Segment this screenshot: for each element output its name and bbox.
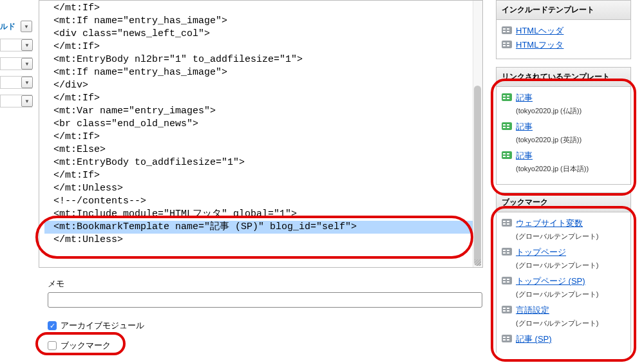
list-item: HTMLヘッダ [502,25,625,37]
bookmark-panel: ブックマーク ウェブサイト変数 (グローバルテンプレート) トップページ (グロ… [496,192,631,353]
bookmark-checkbox[interactable] [48,341,57,350]
code-line: <!--/contents--> [44,195,477,208]
left-partial-label: ルド [0,21,15,32]
code-line: </div> [44,79,477,92]
linked-sub: (tokyo2020.jp (英語)) [516,135,625,145]
bookmark-link[interactable]: 言語設定 [516,304,549,316]
template-icon [502,93,512,101]
chevron-down-icon[interactable]: ▼ [21,58,33,70]
template-icon [502,122,512,130]
linked-link[interactable]: 記事 [516,92,533,104]
bookmark-sub: (グローバルテンプレート) [516,290,625,299]
code-line: </mt:If> [44,92,477,105]
code-line: <mt:EntryBody nl2br="1" to_addfilesize="… [44,53,477,66]
memo-label: メモ [48,278,483,290]
linked-template-header: リンクされているテンプレート [497,68,630,87]
code-editor[interactable]: </mt:If><mt:If name="entry_has_image"><d… [39,0,483,268]
linked-sub: (tokyo2020.jp (仏語)) [516,106,625,116]
linked-link[interactable]: 記事 [516,121,533,133]
code-line: <br class="end_old_news"> [44,118,477,131]
code-line: </mt:If> [44,2,477,15]
chevron-down-icon[interactable]: ▼ [21,77,33,88]
code-line: <mt:If name="entry_has_image"> [44,66,477,79]
bookmark-sub: (グローバルテンプレート) [516,232,625,241]
bookmark-link[interactable]: トップページ (SP) [516,275,585,287]
code-line: <mt:EntryBody to_addfilesize="1"> [44,156,477,169]
archive-checkbox-label: アーカイブモジュール [61,320,144,331]
bookmark-link[interactable]: ウェブサイト変数 [516,218,583,229]
code-line: </mt:Unless> [44,234,477,247]
vertical-scrollbar-track[interactable] [473,1,482,267]
linked-sub: (tokyo2020.jp (日本語)) [516,164,625,174]
right-panel: インクルードテンプレート HTMLヘッダ HTMLフッタ リンクされているテンプ… [496,0,631,360]
bookmark-row[interactable]: ブックマーク [48,340,111,351]
bookmark-link[interactable]: 記事 (SP) [516,333,552,345]
resize-handle-icon[interactable] [475,259,481,266]
list-item: ウェブサイト変数 [502,218,625,229]
include-link[interactable]: HTMLフッタ [516,39,564,51]
code-line: <mt:If name="entry_has_image"> [44,15,477,28]
template-icon [502,277,512,284]
include-template-panel: インクルードテンプレート HTMLヘッダ HTMLフッタ [496,0,631,59]
bookmark-sub: (グローバルテンプレート) [516,319,625,328]
archive-module-row[interactable]: ✓ アーカイブモジュール [48,320,144,331]
code-line: </mt:Unless> [44,182,477,195]
include-template-header: インクルードテンプレート [497,1,630,20]
template-icon [502,26,512,34]
code-line: <mt:Include module="HTMLフッタ" global="1"> [44,208,477,221]
template-icon [502,41,512,48]
chevron-down-icon[interactable]: ▼ [21,95,33,107]
memo-section: メモ [48,278,483,308]
list-item: 記事 [502,150,625,162]
linked-link[interactable]: 記事 [516,150,533,162]
template-icon [502,151,512,159]
code-content: </mt:If><mt:If name="entry_has_image"><d… [39,1,482,248]
code-line: <mt:BookmarkTemplate name="記事 (SP)" blog… [44,221,477,234]
vertical-scrollbar-thumb[interactable] [474,86,481,266]
template-icon [502,306,512,313]
bookmark-checkbox-label: ブックマーク [61,340,111,351]
bookmark-sub: (グローバルテンプレート) [516,261,625,270]
bookmark-link[interactable]: トップページ [516,247,566,258]
linked-template-panel: リンクされているテンプレート 記事 (tokyo2020.jp (仏語)) 記事… [496,67,631,185]
list-item: 記事 [502,92,625,104]
code-line: <mt:Else> [44,144,477,156]
list-item: HTMLフッタ [502,39,625,51]
list-item: トップページ (SP) [502,275,625,287]
code-line: </mt:If> [44,131,477,144]
code-line: <div class="news_left_col"> [44,28,477,41]
left-sidebar: ルド ▼ ▼ ▼ ▼ ▼ [0,0,33,363]
code-line: </mt:If> [44,41,477,53]
template-icon [502,219,512,227]
memo-input[interactable] [48,292,482,308]
chevron-down-icon[interactable]: ▼ [21,21,32,32]
template-icon [502,335,512,342]
template-icon [502,248,512,256]
list-item: 記事 [502,121,625,133]
list-item: 記事 (SP) [502,333,625,345]
bookmark-panel-header: ブックマーク [497,193,630,212]
code-line: <mt:Var name="entry_images"> [44,105,477,118]
chevron-down-icon[interactable]: ▼ [21,39,33,51]
include-link[interactable]: HTMLヘッダ [516,25,564,37]
list-item: トップページ [502,247,625,258]
archive-checkbox[interactable]: ✓ [48,321,57,330]
code-line: </mt:If> [44,169,477,182]
list-item: 言語設定 [502,304,625,316]
